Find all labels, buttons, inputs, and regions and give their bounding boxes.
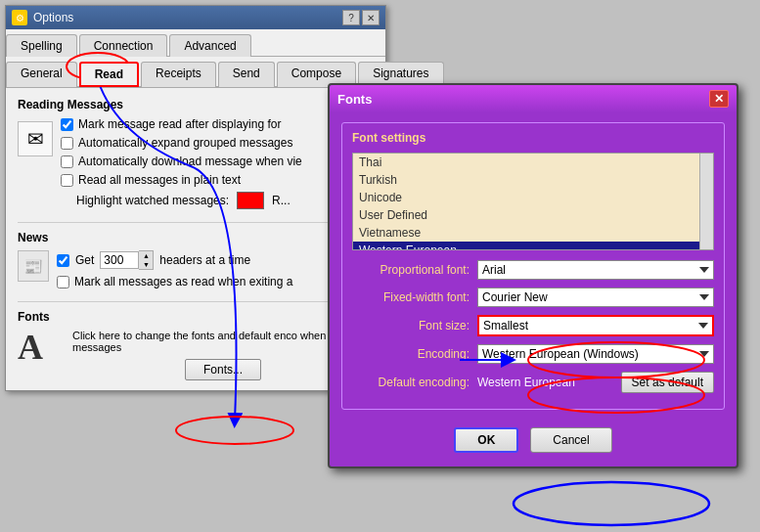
- reading-messages-section-title: Reading Messages: [18, 98, 374, 111]
- checkbox-plain-text: Read all messages in plain text: [61, 173, 374, 187]
- fonts-dialog-titlebar: Fonts ✕: [330, 85, 737, 112]
- news-mark-read-label: Mark all messages as read when exiting a: [74, 275, 292, 288]
- fonts-big-icon: A: [18, 330, 57, 369]
- checkbox-plain-text-label: Read all messages in plain text: [78, 173, 241, 187]
- news-count-input[interactable]: [100, 251, 139, 269]
- news-get-label: Get: [75, 253, 94, 267]
- tab-read[interactable]: Read: [79, 62, 139, 87]
- options-title-text: Options: [33, 11, 73, 24]
- font-size-select[interactable]: Smallest Smaller Medium Larger Largest: [477, 315, 714, 336]
- svg-point-1: [176, 417, 293, 444]
- highlight-row: Highlight watched messages: R...: [61, 192, 374, 209]
- news-icon: 📰: [18, 250, 49, 282]
- tab-receipts[interactable]: Receipts: [141, 62, 216, 87]
- tab-spelling[interactable]: Spelling: [6, 34, 77, 57]
- fixed-width-font-select[interactable]: Courier New: [477, 288, 714, 307]
- highlight-suffix: R...: [272, 194, 291, 207]
- checkbox-auto-download: Automatically download message when vie: [61, 155, 374, 168]
- fixed-width-font-label: Fixed-width font:: [352, 290, 469, 304]
- news-section: News 📰 Get ▲ ▼ headers a: [18, 222, 374, 293]
- spin-down-button[interactable]: ▼: [139, 260, 153, 269]
- fonts-dialog-close-button[interactable]: ✕: [709, 90, 729, 108]
- titlebar-controls: ? ✕: [342, 10, 380, 25]
- fonts-button[interactable]: Fonts...: [185, 359, 261, 380]
- checkbox-expand-grouped-input[interactable]: [61, 137, 73, 150]
- options-title: ⚙ Options: [12, 10, 73, 25]
- encoding-select[interactable]: Western European (Windows): [477, 344, 714, 364]
- font-settings-legend: Font settings: [352, 131, 714, 145]
- proportional-font-label: Proportional font:: [352, 263, 469, 277]
- fonts-section-title: Fonts: [18, 310, 374, 324]
- checkbox-expand-grouped: Automatically expand grouped messages: [61, 136, 374, 150]
- font-size-label: Font size:: [352, 319, 469, 332]
- svg-point-4: [514, 482, 709, 525]
- tab-connection[interactable]: Connection: [79, 34, 168, 57]
- default-encoding-row: Default encoding: Western European Set a…: [352, 372, 714, 393]
- language-list-inner: Thai Turkish Unicode User Defined Vietna…: [353, 154, 713, 250]
- fixed-width-font-row: Fixed-width font: Courier New: [352, 288, 714, 307]
- font-settings-group: Font settings Thai Turkish Unicode User …: [341, 122, 725, 410]
- lang-item-unicode[interactable]: Unicode: [353, 189, 713, 206]
- checkbox-mark-read: Mark message read after displaying for: [61, 117, 374, 131]
- highlight-label: Highlight watched messages:: [76, 194, 229, 207]
- encoding-label: Encoding:: [352, 347, 469, 361]
- ok-button[interactable]: OK: [454, 427, 518, 453]
- lang-item-turkish[interactable]: Turkish: [353, 171, 713, 189]
- set-as-default-button[interactable]: Set as default: [621, 372, 714, 393]
- lang-item-user-defined[interactable]: User Defined: [353, 206, 713, 224]
- encoding-row: Encoding: Western European (Windows): [352, 344, 714, 364]
- news-section-title: News: [18, 231, 374, 244]
- tab-send[interactable]: Send: [218, 62, 275, 87]
- close-window-button[interactable]: ✕: [362, 10, 380, 25]
- tabs-row-1: Spelling Connection Advanced: [6, 29, 385, 57]
- checkbox-mark-read-label: Mark message read after displaying for: [78, 117, 281, 131]
- lang-item-vietnamese[interactable]: Vietnamese: [353, 224, 713, 242]
- checkbox-expand-grouped-label: Automatically expand grouped messages: [78, 136, 292, 150]
- news-mark-read-row: Mark all messages as read when exiting a: [57, 275, 374, 288]
- lang-item-western-european[interactable]: Western European: [353, 242, 713, 250]
- proportional-font-row: Proportional font: Arial: [352, 260, 714, 280]
- news-headers-label: headers at a time: [159, 253, 250, 267]
- language-list[interactable]: Thai Turkish Unicode User Defined Vietna…: [352, 153, 714, 250]
- language-list-scrollbar[interactable]: [699, 154, 713, 249]
- highlight-color-swatch[interactable]: [237, 192, 264, 209]
- spin-up-button[interactable]: ▲: [139, 251, 153, 260]
- envelope-icon: ✉: [18, 121, 53, 156]
- proportional-font-select[interactable]: Arial: [477, 260, 714, 280]
- checkbox-auto-download-input[interactable]: [61, 155, 73, 168]
- options-titlebar: ⚙ Options ? ✕: [6, 6, 385, 29]
- fonts-section: Fonts A Click here to change the fonts a…: [18, 301, 374, 380]
- help-button[interactable]: ?: [342, 10, 360, 25]
- news-get-checkbox[interactable]: [57, 254, 69, 267]
- lang-item-thai[interactable]: Thai: [353, 154, 713, 171]
- checkbox-plain-text-input[interactable]: [61, 174, 73, 187]
- news-get-row: Get ▲ ▼ headers at a time: [57, 250, 374, 270]
- news-count-spinbox: ▲ ▼: [100, 250, 154, 270]
- cancel-button[interactable]: Cancel: [530, 427, 611, 453]
- default-encoding-label: Default encoding:: [352, 376, 469, 389]
- checkbox-auto-download-label: Automatically download message when vie: [78, 155, 302, 168]
- fonts-dialog-title: Fonts: [337, 92, 372, 107]
- tab-advanced[interactable]: Advanced: [169, 34, 250, 57]
- font-size-row: Font size: Smallest Smaller Medium Large…: [352, 315, 714, 336]
- spinbox-buttons: ▲ ▼: [139, 250, 154, 270]
- news-mark-read-checkbox[interactable]: [57, 276, 69, 288]
- fonts-dialog-body: Font settings Thai Turkish Unicode User …: [330, 112, 737, 466]
- options-icon: ⚙: [12, 10, 27, 25]
- checkbox-mark-read-input[interactable]: [61, 118, 73, 131]
- fonts-dialog: Fonts ✕ Font settings Thai Turkish Unico…: [328, 83, 738, 468]
- default-encoding-value: Western European: [477, 376, 575, 389]
- tab-general[interactable]: General: [6, 62, 77, 87]
- fonts-dialog-buttons: OK Cancel: [341, 420, 725, 457]
